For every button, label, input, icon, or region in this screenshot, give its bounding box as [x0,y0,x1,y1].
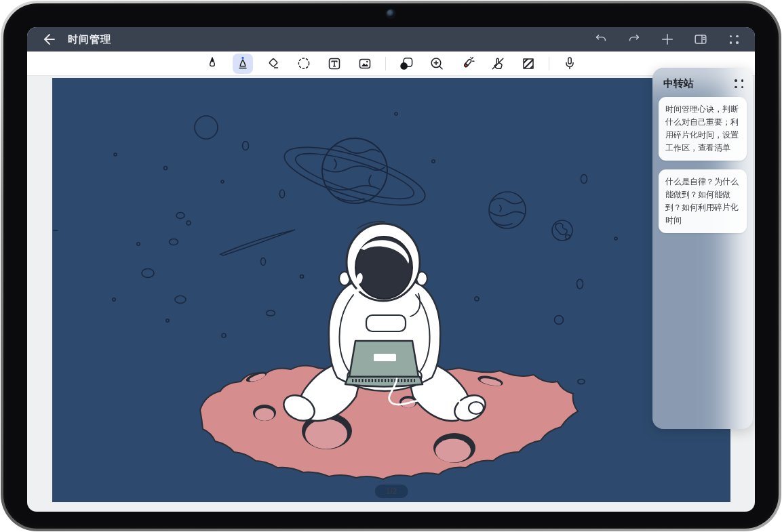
redo-icon [627,32,642,47]
text-icon [326,56,343,72]
toolbar-separator [549,57,549,70]
drawing-toolbar [27,52,755,76]
tool-pen[interactable] [202,54,222,74]
titlebar: 时间管理 [27,27,755,52]
lasso-select-icon [296,56,312,72]
plus-icon [660,32,675,47]
transfer-card[interactable]: 什么是自律？为什么能做到？如何能做到？如何利用碎片化时间 [659,169,747,233]
tool-image[interactable] [355,54,375,74]
undo-icon [593,32,608,47]
canvas-illustration [52,78,730,502]
more-options-button[interactable] [726,32,741,47]
back-icon [41,31,57,47]
tool-highlight-pen[interactable] [457,54,477,74]
toolbar-separator [385,57,386,70]
transfer-card[interactable]: 时间管理心诀，判断什么对自己重要；利用碎片化时间，设置工作区，查看清单 [659,97,747,161]
hatch-pattern-icon [520,56,536,72]
tool-shapes[interactable] [396,54,416,74]
split-screen-button[interactable] [693,32,708,47]
front-camera [387,9,395,18]
transfer-card-text: 什么是自律？为什么能做到？如何能做到？如何利用碎片化时间 [665,177,739,225]
panel-title: 中转站 [663,77,694,90]
tool-voice-memo[interactable] [560,54,580,74]
page-title: 时间管理 [68,33,111,46]
laptop-drawing [345,341,423,387]
magic-pen-icon [459,56,475,72]
panel-drag-handle-icon[interactable] [735,79,743,88]
microphone-icon [562,56,578,72]
image-icon [357,56,373,72]
tool-palm-rejection[interactable] [488,54,508,74]
shapes-icon [398,56,414,72]
zoom-in-icon [429,56,445,72]
marker-icon [235,56,251,72]
transfer-card-text: 时间管理心诀，判断什么对自己重要；利用碎片化时间，设置工作区，查看清单 [665,104,739,152]
add-page-button[interactable] [660,32,675,47]
tool-eraser[interactable] [263,54,284,74]
tool-background-pattern[interactable] [518,54,539,74]
redo-button[interactable] [627,32,642,47]
back-button[interactable] [41,31,57,47]
transfer-station-panel: 中转站 时间管理心诀，判断什么对自己重要；利用碎片化时间，设置工作区，查看清单 … [652,68,753,429]
mouse-drawing [469,402,484,414]
page-indicator: 1/2 [375,485,408,498]
note-canvas[interactable]: 1/2 [52,78,730,502]
split-view-icon [693,32,708,47]
tool-lasso[interactable] [294,54,314,74]
pen-icon [204,56,220,72]
tool-text[interactable] [324,54,345,74]
eraser-icon [265,56,281,72]
app-screen: 时间管理 [27,27,755,512]
tool-zoom[interactable] [427,54,447,74]
undo-button[interactable] [593,32,608,47]
more-grid-icon [730,35,739,44]
tool-marker[interactable] [233,54,253,74]
no-touch-icon [490,56,506,72]
tablet-device: 时间管理 [0,0,782,532]
